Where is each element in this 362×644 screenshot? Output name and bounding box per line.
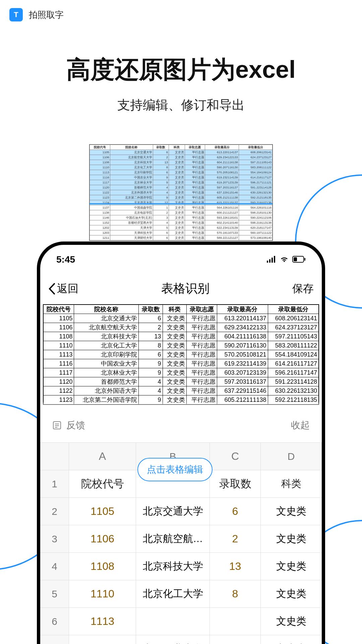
battery-icon: [292, 254, 306, 265]
hero-title: 高度还原图片为excel: [0, 54, 362, 86]
cell[interactable]: 1116: [69, 635, 136, 644]
sheet-row: 21105北京交通大学6文史类: [40, 498, 322, 525]
feedback-icon: [52, 421, 62, 430]
cell[interactable]: 8: [210, 580, 261, 608]
cell[interactable]: 9: [210, 635, 261, 644]
sheet-row: 61113文史类: [40, 608, 322, 635]
col-header[interactable]: A: [69, 443, 136, 470]
back-label: 返回: [57, 281, 78, 296]
row-header[interactable]: 3: [40, 525, 69, 553]
hero-subtitle: 支持编辑、修订和导出: [0, 97, 362, 114]
cell[interactable]: 6: [210, 498, 261, 525]
col-header[interactable]: C: [210, 443, 261, 470]
sheet-row: 31106北京航空航…2文史类: [40, 525, 322, 553]
status-time: 5:45: [56, 254, 75, 265]
row-header[interactable]: 6: [40, 608, 69, 635]
save-button[interactable]: 保存: [292, 281, 314, 296]
cell[interactable]: 北京化工大学: [136, 580, 210, 608]
phone-frame: 5:45 返回 表格识别 保存 院校代号院校名称录取数科类录取志愿录取最高分录取…: [37, 241, 325, 644]
page-title: 表格识别: [161, 280, 209, 297]
svg-rect-1: [269, 259, 270, 263]
cell[interactable]: 科类: [261, 470, 322, 498]
cell[interactable]: 北京交通大学: [136, 498, 210, 525]
feedback-button[interactable]: 反馈: [52, 419, 85, 432]
cell[interactable]: 录取数: [210, 470, 261, 498]
app-name: 拍照取字: [29, 9, 64, 21]
recognized-table-preview: 院校代号院校名称录取数科类录取志愿录取最高分录取最低分1105北京交通大学6文史…: [43, 304, 319, 405]
signal-icon: [267, 254, 276, 265]
collapse-button[interactable]: 收起: [291, 419, 310, 432]
cell[interactable]: 文史类: [261, 553, 322, 580]
row-header[interactable]: 1: [40, 470, 69, 498]
cell[interactable]: 2: [210, 525, 261, 553]
status-bar: 5:45: [40, 245, 322, 270]
cell[interactable]: 1106: [69, 525, 136, 553]
row-header[interactable]: 5: [40, 580, 69, 608]
svg-rect-6: [294, 257, 297, 261]
col-header[interactable]: D: [261, 443, 322, 470]
cell[interactable]: 文史类: [261, 498, 322, 525]
app-icon: T: [9, 8, 23, 21]
scan-line: [89, 203, 273, 204]
feedback-label: 反馈: [66, 419, 85, 432]
cell[interactable]: 北京科技大学: [136, 553, 210, 580]
row-header[interactable]: 4: [40, 553, 69, 580]
cell[interactable]: 中国农业大学: [136, 635, 210, 644]
cell[interactable]: 1113: [69, 608, 136, 635]
svg-rect-2: [272, 258, 273, 263]
row-header[interactable]: 2: [40, 498, 69, 525]
sheet-row: 71116中国农业大学9文史类: [40, 635, 322, 644]
sheet-row: 41108北京科技大学13文史类: [40, 553, 322, 580]
row-header[interactable]: 7: [40, 635, 69, 644]
app-header: T 拍照取字: [0, 0, 362, 30]
cell[interactable]: 院校代号: [69, 470, 136, 498]
svg-rect-5: [304, 258, 305, 261]
scanned-table-preview: 院校代号院校名称录取数科类录取志愿录取最高分录取最低分1105北京交通大学6文史…: [89, 144, 273, 241]
cell[interactable]: 1110: [69, 580, 136, 608]
cell[interactable]: 文史类: [261, 608, 322, 635]
chevron-left-icon: [48, 283, 56, 294]
nav-bar: 返回 表格识别 保存: [40, 270, 322, 304]
preview-fade: [40, 401, 322, 408]
cell[interactable]: 文史类: [261, 635, 322, 644]
cell[interactable]: 13: [210, 553, 261, 580]
cell[interactable]: 1105: [69, 498, 136, 525]
cell[interactable]: 北京航空航…: [136, 525, 210, 553]
feedback-row: 反馈 收起: [40, 408, 322, 442]
sheet-row: 51110北京化工大学8文史类: [40, 580, 322, 608]
cell[interactable]: 文史类: [261, 525, 322, 553]
cell[interactable]: [136, 608, 210, 635]
wifi-icon: [280, 254, 289, 265]
back-button[interactable]: 返回: [48, 281, 78, 296]
svg-rect-3: [274, 256, 275, 263]
cell[interactable]: [210, 608, 261, 635]
svg-rect-0: [267, 261, 268, 263]
edit-tooltip: 点击表格编辑: [137, 458, 213, 481]
cell[interactable]: 文史类: [261, 580, 322, 608]
cell[interactable]: 1108: [69, 553, 136, 580]
